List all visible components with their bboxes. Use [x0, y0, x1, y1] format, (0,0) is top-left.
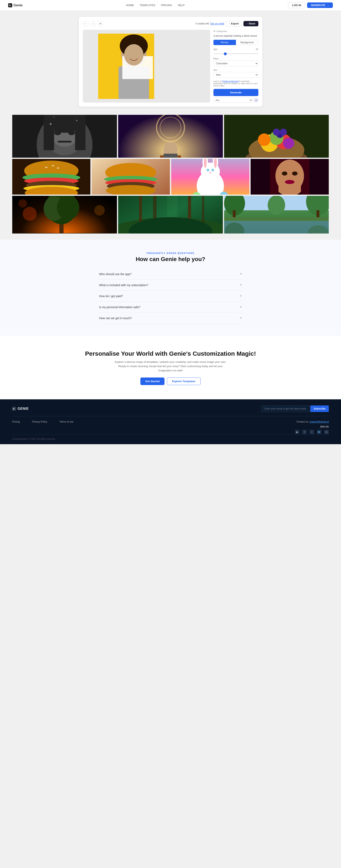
faq-question-5: How can we get in touch? [99, 316, 132, 320]
svg-rect-15 [75, 119, 86, 150]
nav-pricing[interactable]: PRICING [161, 4, 172, 7]
age-field: Age 25 [214, 48, 258, 55]
editor-actions: 0 credits left: Top up credit ↑ Export ↑… [196, 21, 258, 27]
undo-button[interactable]: ← [83, 21, 89, 27]
svg-point-37 [273, 128, 280, 135]
logo: ✕ Genie [8, 3, 23, 7]
svg-point-17 [68, 130, 75, 135]
nav-home[interactable]: HOME [126, 4, 134, 7]
logo-text: Genie [13, 3, 23, 7]
footer-link-privacy[interactable]: Privacy Policy [32, 420, 47, 423]
email-input[interactable] [261, 405, 310, 412]
svg-rect-18 [58, 141, 72, 143]
faq-title: How can Genie help you? [21, 256, 320, 262]
generate-note: Log in or Create an Account to generate,… [214, 80, 258, 87]
twitter-icon[interactable]: t [310, 430, 314, 434]
editor-main: ⊕ Categories A person playfully holding … [83, 30, 258, 102]
gallery-item-5[interactable] [92, 159, 170, 194]
nav-help[interactable]: HELP [178, 4, 185, 7]
faq-item-5[interactable]: How can we get in touch? + [99, 313, 242, 324]
gallery-row-1 [12, 115, 329, 158]
style-select[interactable]: Any [214, 98, 253, 102]
explore-templates-button[interactable]: Explore Templates [167, 377, 201, 385]
facebook-icon[interactable]: f [302, 430, 307, 434]
faq-expand-icon-4: + [240, 305, 242, 309]
svg-point-64 [209, 172, 211, 174]
redo-button[interactable]: → [90, 21, 96, 27]
footer-logo: ✕ GENIE [12, 407, 29, 410]
get-started-button[interactable]: Get Started [140, 377, 165, 385]
editor-controls: ← → ✕ [83, 21, 103, 27]
gallery-row-3 [12, 196, 329, 234]
race-select[interactable]: Caucasian Asian African Hispanic [214, 61, 258, 66]
close-button[interactable]: ✕ [97, 21, 103, 27]
navbar: ✕ Genie HOME TEMPLATES PRICING HELP LOG … [0, 0, 341, 10]
gallery-item-1[interactable] [12, 115, 117, 158]
footer-logo-text: GENIE [18, 407, 29, 410]
faq-expand-icon-2: + [240, 283, 242, 287]
footer-bottom: CompanyName © 202X. All rights reserved. [12, 434, 329, 440]
svg-point-48 [57, 167, 59, 169]
gallery-item-7[interactable] [251, 159, 329, 194]
linkedin-icon[interactable]: in [324, 430, 329, 434]
top-up-link[interactable]: Top up credit [210, 22, 224, 25]
bird-icon[interactable]: 🐦 [317, 430, 321, 434]
svg-point-62 [206, 169, 209, 171]
svg-point-38 [280, 128, 287, 135]
svg-point-76 [285, 180, 294, 184]
gallery-item-6[interactable] [171, 159, 249, 194]
editor-canvas[interactable] [83, 30, 210, 102]
svg-point-85 [19, 199, 27, 208]
svg-rect-104 [224, 217, 329, 221]
race-field: Race Caucasian Asian African Hispanic [214, 57, 258, 66]
footer-top: ✕ GENIE Subscribe [12, 405, 329, 416]
faq-question-3: How do I get paid? [99, 294, 123, 298]
gallery-item-3[interactable] [224, 115, 329, 158]
svg-point-21 [54, 117, 55, 118]
faq-item-3[interactable]: How do I get paid? + [99, 290, 242, 302]
gallery-item-2[interactable] [118, 115, 223, 158]
footer-link-pricing[interactable]: Pricing [12, 420, 20, 423]
faq-item-2[interactable]: What is included with my subscription? + [99, 280, 242, 290]
nav-templates[interactable]: TEMPLATES [140, 4, 155, 7]
faq-item-1[interactable]: Who should use the app? + [99, 269, 242, 280]
youtube-icon[interactable]: ▶ [295, 430, 300, 434]
settings-badge: ⊕ [254, 98, 258, 102]
footer-middle: Pricing Privacy Policy Terms of use Cont… [12, 420, 329, 434]
generate-label: GENERATE [311, 4, 325, 7]
svg-text:✕: ✕ [9, 4, 11, 7]
svg-point-63 [211, 169, 214, 171]
age-value: 25 [256, 48, 258, 51]
generate-main-button[interactable]: Generate [214, 89, 258, 96]
svg-point-83 [23, 207, 36, 221]
faq-question-2: What is included with my subscription? [99, 283, 148, 287]
gallery-item-4[interactable] [12, 159, 90, 194]
editor-panel: ⊕ Categories A person playfully holding … [214, 30, 258, 102]
tab-person[interactable]: Person [214, 40, 236, 45]
cta-description: Explore a diverse range of templates, un… [113, 360, 228, 373]
subscribe-button[interactable]: Subscribe [310, 405, 329, 412]
logo-icon: ✕ [8, 3, 12, 7]
svg-point-74 [282, 172, 287, 176]
nav-actions: LOG IN GENERATE → [288, 2, 333, 8]
gallery-item-8[interactable] [12, 196, 117, 234]
create-account-link[interactable]: Create an Account [222, 80, 238, 83]
faq-item-4[interactable]: Is my personal information safe? + [99, 302, 242, 313]
credits-text: 0 credits left: Top up credit [196, 22, 224, 25]
age-slider[interactable] [214, 54, 258, 54]
footer-link-terms[interactable]: Terms of use [59, 420, 74, 423]
login-button[interactable]: LOG IN [288, 2, 305, 8]
cta-section: Personalise Your World with Genie's Cust… [0, 336, 341, 399]
contact-email[interactable]: support@genie.ai [310, 420, 329, 423]
gallery-item-10[interactable] [224, 196, 329, 234]
gallery-item-9[interactable] [118, 196, 223, 234]
share-button[interactable]: ↑ Share [244, 21, 258, 26]
generate-button[interactable]: GENERATE → [307, 2, 333, 8]
sex-select[interactable]: Man Woman [214, 72, 258, 78]
faq-list: Who should use the app? + What is includ… [99, 269, 242, 324]
tab-background[interactable]: Background [236, 40, 258, 45]
footer-social: ▶ f t 🐦 in [295, 430, 329, 434]
export-button[interactable]: ↑ Export [226, 21, 242, 27]
gallery-row-2 [12, 159, 329, 194]
svg-point-73 [275, 159, 304, 192]
